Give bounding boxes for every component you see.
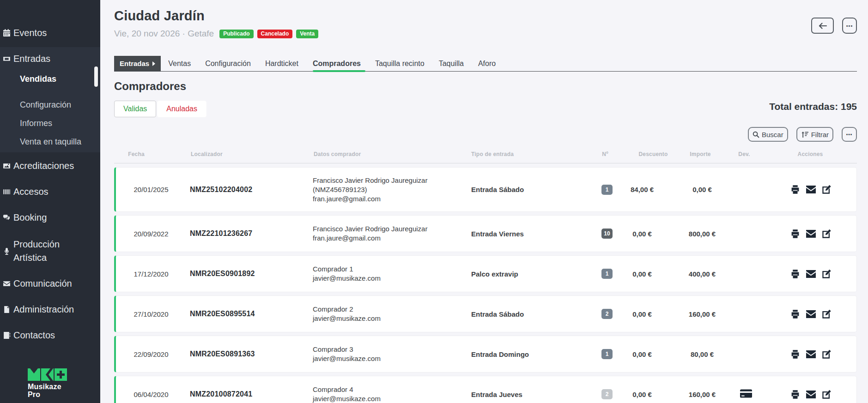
sidebar-item-label: Administración <box>13 304 74 315</box>
sidebar-scrollbar-thumb[interactable] <box>94 66 98 87</box>
print-icon[interactable] <box>790 269 801 279</box>
mail-icon[interactable] <box>806 349 816 359</box>
sidebar-item-acreditaciones[interactable]: Acreditaciones <box>0 159 100 173</box>
table-row[interactable]: 17/12/2020 NMR20ES0901892 Comprador 1 ja… <box>114 255 857 292</box>
print-icon[interactable] <box>790 349 801 359</box>
sidebar-item-label: Entradas <box>13 54 50 64</box>
sidebar-item-entradas[interactable]: Entradas <box>0 52 100 66</box>
mail-icon[interactable] <box>806 269 816 279</box>
sidebar-item-label: ProducciónArtística <box>13 238 60 265</box>
row-datos-comprador: Comprador 1 javier@musikaze.com <box>307 265 468 283</box>
table-row[interactable]: 06/04/2020 NMZ20100872041 Comprador 4 ja… <box>114 376 857 403</box>
chat-bubbles-icon <box>3 213 11 223</box>
mail-icon[interactable] <box>806 309 816 319</box>
sidebar-subitem-informes[interactable]: Informes <box>0 117 100 129</box>
row-datos-comprador: Francisco Javier Rodrigo Jaureguizar fra… <box>307 224 468 243</box>
envelope-icon <box>3 279 11 289</box>
sidebar-item-contactos[interactable]: Contactos <box>0 328 100 342</box>
sidebar-item-booking[interactable]: Booking <box>0 211 100 224</box>
col-header-num[interactable]: Nº <box>590 151 620 157</box>
logo-m-icon <box>28 368 40 381</box>
edit-icon[interactable] <box>822 309 832 319</box>
sidebar: Eventos Entradas Vendidas Configuración … <box>0 0 100 403</box>
tab-configuracion[interactable]: Configuración <box>198 56 258 71</box>
credit-card-icon[interactable] <box>740 389 752 399</box>
back-button[interactable] <box>811 18 834 34</box>
row-actions <box>765 309 856 319</box>
sidebar-item-administracion[interactable]: Administración <box>0 302 100 316</box>
table-row[interactable]: 20/09/2022 NMZ22101236267 Francisco Javi… <box>114 215 857 252</box>
table-more-button[interactable]: ••• <box>842 127 857 142</box>
print-icon[interactable] <box>790 229 801 239</box>
image-badge-icon <box>3 161 11 171</box>
status-badge-publicado: Publicado <box>219 30 253 38</box>
logo-word-pro: Pro <box>28 391 67 398</box>
col-header-fecha[interactable]: Fecha <box>114 151 184 157</box>
col-header-dev[interactable]: Dev. <box>725 151 764 157</box>
table-row[interactable]: 27/10/2020 NMR20ES0895514 Comprador 2 ja… <box>114 295 857 332</box>
sidebar-item-comunicacion[interactable]: Comunicación <box>0 277 100 290</box>
col-header-datos[interactable]: Datos comprador <box>305 151 466 157</box>
validas-filter-button[interactable]: Validas <box>114 101 156 117</box>
row-importe: 400,00 € <box>678 270 727 278</box>
row-tipo-entrada: Entrada Viernes <box>468 230 592 238</box>
header-more-button[interactable]: ••• <box>842 18 857 34</box>
tab-bar: Entradas Ventas Configuración Hardticket… <box>114 56 857 72</box>
sidebar-item-produccion-artistica[interactable]: ProducciónArtística <box>0 238 100 265</box>
tab-compradores[interactable]: Compradores <box>306 56 368 71</box>
ellipsis-icon: ••• <box>846 132 853 137</box>
mail-icon[interactable] <box>806 229 816 239</box>
row-num: 10 <box>592 229 622 239</box>
col-header-importe[interactable]: Importe <box>676 151 725 157</box>
sidebar-item-accesos[interactable]: Accesos <box>0 185 100 198</box>
row-fecha: 20/01/2025 <box>116 186 186 193</box>
mail-icon[interactable] <box>806 389 816 399</box>
tab-aforo[interactable]: Aforo <box>471 56 503 71</box>
mail-icon[interactable] <box>806 185 816 195</box>
buscar-button[interactable]: Buscar <box>748 127 788 142</box>
row-tipo-entrada: Entrada Sábado <box>468 310 592 318</box>
row-actions <box>765 229 856 239</box>
sidebar-subitem-vendidas[interactable]: Vendidas <box>0 73 100 85</box>
edit-icon[interactable] <box>822 229 832 239</box>
edit-icon[interactable] <box>822 185 832 195</box>
col-header-tipo[interactable]: Tipo de entrada <box>466 151 590 157</box>
print-icon[interactable] <box>790 389 801 399</box>
col-header-descuento[interactable]: Descuento <box>620 151 676 157</box>
row-dev <box>727 389 765 399</box>
row-num: 1 <box>592 185 622 195</box>
tab-entradas[interactable]: Entradas <box>114 56 161 71</box>
table-row[interactable]: 22/09/2020 NMR20ES0891363 Comprador 3 ja… <box>114 336 857 373</box>
row-datos-comprador: Comprador 4 javier@musikaze.com <box>307 385 468 403</box>
tab-hardticket[interactable]: Hardticket <box>258 56 305 71</box>
row-tipo-entrada: Palco extravip <box>468 270 592 278</box>
sidebar-item-label: Comunicación <box>13 278 72 289</box>
filtrar-button[interactable]: Filtrar <box>796 127 833 142</box>
sidebar-subitem-venta-en-taquilla[interactable]: Venta en taquilla <box>0 136 100 148</box>
col-header-localizador[interactable]: Localizador <box>184 151 305 157</box>
logo-word-musikaze: Musikaze <box>28 383 67 391</box>
ticket-icon <box>3 54 11 64</box>
print-icon[interactable] <box>790 309 801 319</box>
quantity-badge: 2 <box>601 309 613 319</box>
row-descuento: 0,00 € <box>622 230 678 238</box>
row-datos-comprador: Comprador 3 javier@musikaze.com <box>307 345 468 363</box>
row-fecha: 27/10/2020 <box>116 310 186 318</box>
sidebar-subitem-configuracion[interactable]: Configuración <box>0 99 100 111</box>
arrow-left-icon <box>818 22 827 30</box>
search-icon <box>753 131 759 138</box>
tab-ventas[interactable]: Ventas <box>161 56 198 71</box>
sort-filter-icon <box>801 131 809 138</box>
sidebar-item-eventos[interactable]: Eventos <box>0 26 100 40</box>
quantity-badge: 1 <box>601 349 613 359</box>
tab-taquilla[interactable]: Taquilla <box>432 56 471 71</box>
edit-icon[interactable] <box>822 349 832 359</box>
edit-icon[interactable] <box>822 389 832 399</box>
anuladas-filter-button[interactable]: Anuladas <box>157 101 206 117</box>
table-row[interactable]: 20/01/2025 NMZ25102204002 Francisco Javi… <box>114 167 857 212</box>
edit-icon[interactable] <box>822 269 832 279</box>
print-icon[interactable] <box>790 185 801 195</box>
ellipsis-icon: ••• <box>846 23 853 29</box>
col-header-acciones[interactable]: Acciones <box>764 151 857 157</box>
tab-taquilla-recinto[interactable]: Taquilla recinto <box>368 56 431 71</box>
